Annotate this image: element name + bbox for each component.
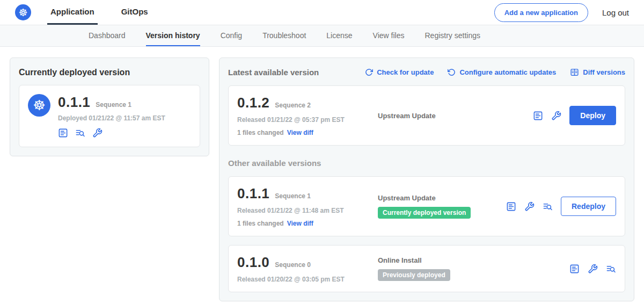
kubernetes-app-icon: ☸ [28,94,50,117]
version-row-0-1-1: 0.1.1 Sequence 1 Released 01/21/22 @ 11:… [228,176,625,236]
subnav-tab-license[interactable]: License [326,25,352,46]
diff-icon[interactable] [543,201,553,212]
version-number: 0.1.2 [237,95,269,111]
diff-versions-link[interactable]: Diff versions [570,68,625,77]
top-navigation-bar: ☸ Application GitOps Add a new applicati… [0,0,644,25]
tab-application[interactable]: Application [47,0,98,25]
currently-deployed-title: Currently deployed version [19,68,200,77]
version-info: 0.1.2 Sequence 2 Released 01/21/22 @ 05:… [237,95,378,136]
view-diff-link[interactable]: View diff [287,220,313,227]
version-actions: Deploy [533,106,616,125]
edit-config-icon[interactable] [524,201,535,212]
version-actions: Redeploy [506,197,616,216]
released-date: Released 01/21/22 @ 11:48 am EST [237,207,378,214]
tab-gitops[interactable]: GitOps [118,0,151,25]
source-label: Upstream Update [378,112,528,120]
subnav-tab-registry-settings[interactable]: Registry settings [425,25,480,46]
schedule-icon [448,68,456,76]
refresh-icon [365,68,373,76]
diff-versions-icon [570,68,579,77]
sequence-label: Sequence 1 [275,192,311,200]
edit-config-icon[interactable] [551,111,561,121]
deployed-version-details: 0.1.1 Sequence 1 Deployed 01/21/22 @ 11:… [58,94,165,138]
latest-available-title: Latest available version [228,68,319,77]
sequence-label: Sequence 0 [275,261,311,269]
subnav-tab-troubleshoot[interactable]: Troubleshoot [262,25,306,46]
available-versions-header: Latest available version Check for updat… [228,68,625,77]
redeploy-button[interactable]: Redeploy [561,197,616,216]
deployed-date: Deployed 01/21/22 @ 11:57 am EST [58,114,165,122]
source-label: Upstream Update [378,194,501,202]
released-date: Released 01/20/22 @ 03:05 pm EST [237,276,378,283]
release-notes-icon[interactable] [533,111,543,121]
deployed-sequence-label: Sequence 1 [96,101,131,109]
topbar-right-group: Add a new application Log out [494,0,629,25]
released-date: Released 01/21/22 @ 05:37 pm EST [237,116,378,124]
release-notes-icon[interactable] [58,128,68,138]
version-info: 0.1.0 Sequence 0 Released 01/20/22 @ 03:… [237,254,378,283]
check-for-update-label: Check for update [377,68,434,76]
sequence-label: Sequence 2 [275,102,311,109]
currently-deployed-panel: Currently deployed version ☸ 0.1.1 Seque… [10,57,209,156]
edit-config-icon[interactable] [588,264,598,274]
subnav-tab-version-history[interactable]: Version history [146,25,200,46]
configure-automatic-updates-label: Configure automatic updates [459,68,556,76]
version-source: Upstream Update [378,112,533,120]
add-new-application-button[interactable]: Add a new application [494,3,588,22]
available-header-actions: Check for update Configure automatic upd… [365,68,625,77]
kubernetes-logo-icon: ☸ [15,4,31,20]
files-changed-label: 1 files changed [237,129,284,136]
version-source: Upstream Update Currently deployed versi… [378,194,506,219]
release-notes-icon[interactable] [569,264,580,274]
version-row-0-1-2: 0.1.2 Sequence 2 Released 01/21/22 @ 05:… [228,85,625,146]
subnav-tab-config[interactable]: Config [221,25,242,46]
version-number: 0.1.1 [237,185,269,202]
other-available-versions-title: Other available versions [228,158,625,168]
currently-deployed-badge: Currently deployed version [378,207,471,219]
files-changed-label: 1 files changed [237,220,284,227]
release-notes-icon[interactable] [506,201,516,212]
version-actions [569,264,616,274]
subnav-tab-dashboard[interactable]: Dashboard [89,25,126,46]
diff-versions-label: Diff versions [583,68,625,76]
edit-config-icon[interactable] [92,128,103,138]
version-number: 0.1.0 [237,254,269,271]
check-for-update-link[interactable]: Check for update [365,68,434,76]
subnav-tab-view-files[interactable]: View files [373,25,405,46]
version-source: Online Install Previously deployed [378,256,569,281]
diff-icon[interactable] [75,128,85,138]
deploy-button[interactable]: Deploy [569,106,616,125]
logout-button[interactable]: Log out [602,8,629,17]
app-logo: ☸ [15,0,31,25]
main-content: Currently deployed version ☸ 0.1.1 Seque… [0,47,644,303]
deployed-version-card: ☸ 0.1.1 Sequence 1 Deployed 01/21/22 @ 1… [19,85,200,147]
app-subnav: Dashboard Version history Config Trouble… [0,25,644,47]
deployed-version-number: 0.1.1 [58,94,90,111]
previously-deployed-badge: Previously deployed [378,269,450,281]
diff-icon[interactable] [606,264,616,274]
version-info: 0.1.1 Sequence 1 Released 01/21/22 @ 11:… [237,185,378,227]
version-row-0-1-0: 0.1.0 Sequence 0 Released 01/20/22 @ 03:… [228,245,625,292]
view-diff-link[interactable]: View diff [287,129,313,136]
configure-automatic-updates-link[interactable]: Configure automatic updates [448,68,556,76]
source-label: Online Install [378,256,564,264]
available-versions-panel: Latest available version Check for updat… [219,57,634,301]
